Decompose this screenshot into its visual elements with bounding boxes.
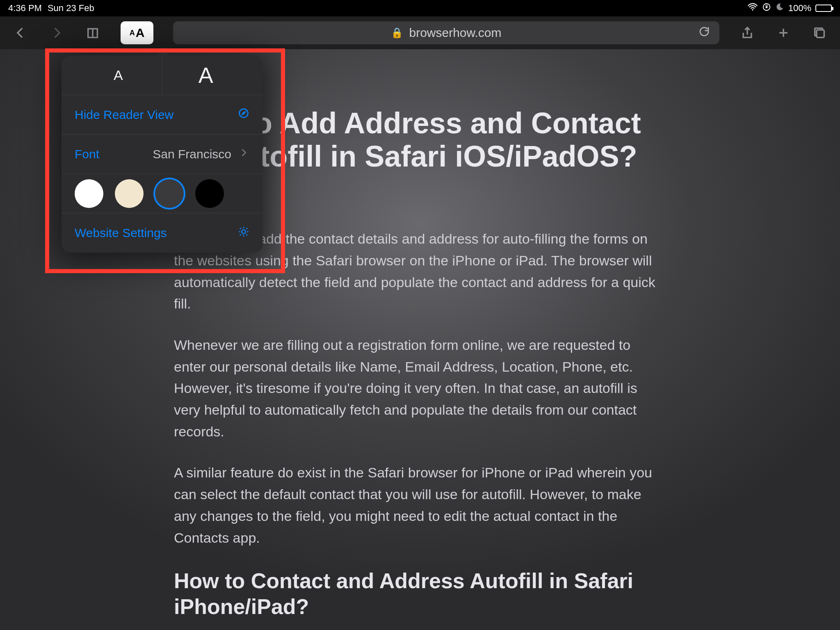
article-paragraph: Whenever we are filling out a registrati… [174,334,666,442]
url-host: browserhow.com [409,26,501,40]
status-bar: 4:36 PM Sun 23 Feb 100% [0,0,840,16]
do-not-disturb-icon [775,2,784,14]
theme-option-1[interactable] [115,179,144,208]
address-bar[interactable]: 🔒 browserhow.com [173,21,719,44]
svg-point-4 [240,109,248,118]
big-a-icon: A [136,26,145,40]
status-date: Sun 23 Feb [48,3,94,14]
theme-option-2[interactable] [155,179,184,208]
font-label: Font [75,147,99,161]
battery-icon [815,5,832,12]
battery-percent: 100% [788,3,811,14]
hide-reader-view-button[interactable]: Hide Reader View [62,95,262,135]
svg-rect-3 [817,30,824,37]
orientation-lock-icon [762,2,771,14]
font-picker-button[interactable]: Font San Francisco [62,135,262,174]
forward-button[interactable] [48,25,65,41]
svg-point-0 [752,9,753,10]
wifi-icon [747,2,758,15]
share-button[interactable] [739,25,756,41]
compass-icon [238,107,249,122]
reader-settings-popover: A A Hide Reader View Font San Francisco … [62,55,262,253]
text-size-row: A A [62,55,262,95]
article-subheading: How to Contact and Address Autofill in S… [174,568,666,619]
article-paragraph: A similar feature do exist in the Safari… [174,462,666,548]
gear-icon [238,226,249,240]
reader-aa-button[interactable]: AA [121,21,153,44]
tabs-button[interactable] [811,25,828,41]
svg-point-5 [242,230,245,233]
small-a-icon: A [130,29,135,37]
decrease-text-size-button[interactable]: A [75,55,162,95]
chevron-right-icon [238,147,249,161]
new-tab-button[interactable] [775,25,792,41]
popover-caret [156,47,171,56]
svg-rect-2 [765,6,767,8]
hide-reader-view-label: Hide Reader View [75,108,173,122]
reload-button[interactable] [698,25,710,41]
status-time: 4:36 PM [8,3,42,14]
increase-text-size-button[interactable]: A [162,55,250,95]
back-button[interactable] [12,25,29,41]
lock-icon: 🔒 [391,27,403,39]
theme-option-3[interactable] [195,179,224,208]
browser-toolbar: AA 🔒 browserhow.com [0,16,840,49]
bookmarks-button[interactable] [84,25,101,41]
theme-color-row [62,174,262,213]
font-value: San Francisco [153,147,231,161]
website-settings-button[interactable]: Website Settings [62,213,262,253]
website-settings-label: Website Settings [75,226,167,240]
theme-option-0[interactable] [75,179,103,208]
